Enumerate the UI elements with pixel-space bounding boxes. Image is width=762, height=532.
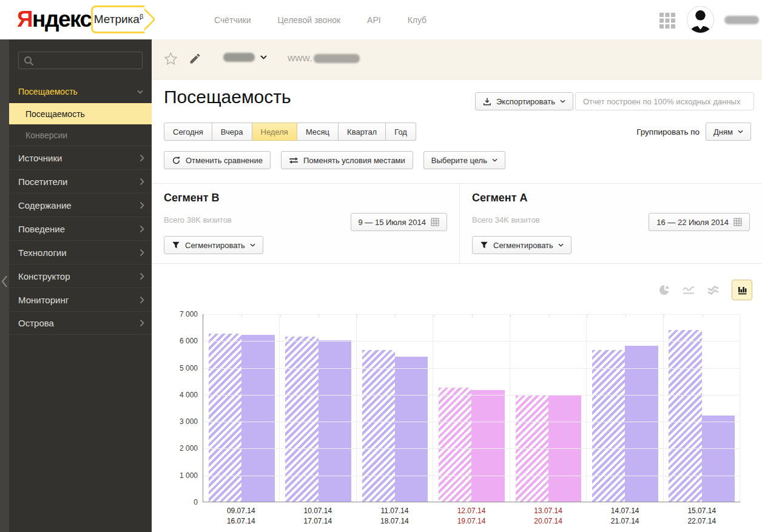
sidebar-item-острова[interactable]: Острова [9, 311, 152, 335]
chevron-right-icon [140, 249, 144, 257]
beta-badge: β [140, 13, 143, 20]
segment-b-segment-label: Сегментировать [185, 241, 245, 250]
sidebar-subitem-посещаемость[interactable]: Посещаемость [9, 103, 152, 124]
favorite-star-icon[interactable] [163, 52, 178, 69]
sidebar-subitem-конверсии[interactable]: Конверсии [9, 124, 152, 146]
nav-item-клуб[interactable]: Клуб [408, 15, 427, 25]
gridline-vertical [740, 314, 740, 502]
funnel-icon [172, 241, 180, 249]
chevron-down-icon [492, 158, 497, 162]
sidebar-content: ПосещаемостьПосещаемостьКонверсииИсточни… [9, 39, 152, 532]
sidebar-item-мониторинг[interactable]: Мониторинг [9, 288, 152, 311]
bar-group-14.07.14 [587, 314, 663, 502]
sidebar-item-посетители[interactable]: Посетители [9, 169, 152, 193]
sidebar-collapse-handle[interactable] [0, 39, 9, 532]
sidebar-item-конструктор[interactable]: Конструктор [9, 264, 152, 288]
bar-chart-plot [203, 314, 740, 502]
sidebar-section-attendance[interactable]: Посещаемость [9, 80, 152, 103]
segment-b-segment-button[interactable]: Сегментировать [164, 236, 263, 254]
user-avatar[interactable] [687, 6, 714, 33]
tab-год[interactable]: Год [386, 123, 416, 141]
segment-a-segment-label: Сегментировать [493, 241, 553, 250]
chevron-right-icon [140, 319, 144, 327]
segment-a-segment-button[interactable]: Сегментировать [472, 236, 572, 254]
export-label: Экспортировать [496, 97, 555, 106]
line-chart-icon[interactable] [683, 286, 695, 295]
apps-grid-icon[interactable] [659, 13, 675, 31]
segments-section: Сегмент B Всего 38K визитов 9 — 15 Июля … [152, 183, 762, 264]
chevron-right-icon [140, 225, 144, 233]
sidebar-menu: ПосещаемостьПосещаемостьКонверсииИсточни… [9, 80, 152, 335]
segment-b-date-range-button[interactable]: 9 — 15 Июля 2014 [351, 213, 448, 231]
x-tick-label: 09.07.1416.07.14 [203, 506, 280, 527]
swap-conditions-button[interactable]: Поменять условия местами [281, 151, 413, 169]
segment-b-panel: Сегмент B Всего 38K визитов 9 — 15 Июля … [152, 184, 460, 263]
date-top: 12.07.14 [433, 506, 510, 516]
calendar-icon [733, 218, 742, 226]
gridline-horizontal [203, 448, 740, 449]
bar-segment-a-15.07.14 [702, 416, 735, 502]
x-tick-label: 10.07.1417.07.14 [280, 506, 357, 527]
choose-goal-dropdown[interactable]: Выберите цель [423, 151, 505, 169]
tab-месяц[interactable]: Месяц [297, 123, 339, 141]
date-bottom: 22.07.14 [663, 516, 740, 527]
swap-arrows-icon [289, 157, 298, 164]
x-tick-label: 15.07.1422.07.14 [663, 506, 740, 527]
nav-item-целевой-звонок[interactable]: Целевой звонок [278, 15, 341, 25]
bar-group-13.07.14 [510, 314, 587, 502]
segment-b-total: Всего 38K визитов [164, 215, 232, 224]
logo-letter: Я [17, 7, 32, 32]
metrika-logo-tag[interactable]: Метрикаβ [91, 5, 144, 33]
nav-item-счётчики[interactable]: Счётчики [214, 15, 251, 25]
date-top: 10.07.14 [280, 506, 357, 516]
gridline-horizontal [203, 476, 740, 476]
chevron-down-icon [250, 243, 255, 247]
counter-bar: www. [152, 39, 762, 79]
y-tick-label: 3 000 [152, 417, 198, 426]
sidebar-item-поведение[interactable]: Поведение [9, 217, 152, 240]
bar-chart-icon-selected[interactable] [732, 280, 752, 300]
yandex-logo[interactable]: Яндекс [17, 7, 92, 32]
segment-a-date-range: 16 — 22 Июля 2014 [656, 218, 729, 227]
funnel-icon [480, 241, 488, 249]
x-tick-label: 11.07.1418.07.14 [356, 506, 433, 527]
chevron-right-icon [140, 178, 144, 186]
segment-a-date-range-button[interactable]: 16 — 22 Июля 2014 [649, 213, 750, 231]
gridline-vertical [663, 314, 664, 502]
bar-group-09.07.14 [203, 314, 280, 502]
group-by-dropdown[interactable]: Дням [706, 123, 751, 141]
tab-вчера[interactable]: Вчера [212, 123, 252, 141]
nav-item-api[interactable]: API [367, 15, 381, 25]
segment-a-name: Сегмент A [472, 192, 528, 204]
gridline-horizontal [203, 368, 740, 369]
gridline-vertical [356, 314, 357, 502]
tab-неделя[interactable]: Неделя [252, 123, 297, 141]
site-url[interactable]: www. [288, 52, 360, 64]
y-tick-label: 0 [152, 498, 198, 507]
pie-chart-icon[interactable] [659, 285, 670, 295]
sidebar-item-источники[interactable]: Источники [9, 146, 152, 169]
counter-selector-dropdown[interactable] [223, 53, 267, 62]
tab-квартал[interactable]: Квартал [339, 123, 386, 141]
export-button[interactable]: Экспортировать [475, 92, 573, 110]
sidebar-item-содержание[interactable]: Содержание [9, 193, 152, 217]
chevron-down-icon [260, 55, 267, 59]
tab-сегодня[interactable]: Сегодня [164, 123, 212, 141]
stacked-area-icon[interactable] [707, 286, 719, 295]
chevron-down-icon [558, 243, 564, 247]
compare-controls: Отменить сравнение Поменять условия мест… [164, 151, 505, 169]
edit-pencil-icon[interactable] [189, 52, 201, 67]
report-sampling-dropdown[interactable]: Отчет построен по 100% исходных данных [575, 92, 754, 110]
cancel-compare-button[interactable]: Отменить сравнение [164, 151, 271, 169]
sidebar-item-технологии[interactable]: Технологии [9, 240, 152, 264]
bar-segment-b-09.07.14 [209, 334, 241, 502]
y-tick-label: 6 000 [152, 337, 198, 345]
masked-username [724, 16, 759, 24]
chevron-right-icon [140, 272, 144, 280]
choose-goal-label: Выберите цель [431, 156, 487, 165]
www-prefix: www. [288, 52, 312, 64]
search-input[interactable] [37, 52, 140, 69]
logo-rest: ндекс [32, 7, 92, 32]
segment-b-date-range: 9 — 15 Июля 2014 [359, 218, 427, 227]
gridline-horizontal [203, 341, 740, 342]
